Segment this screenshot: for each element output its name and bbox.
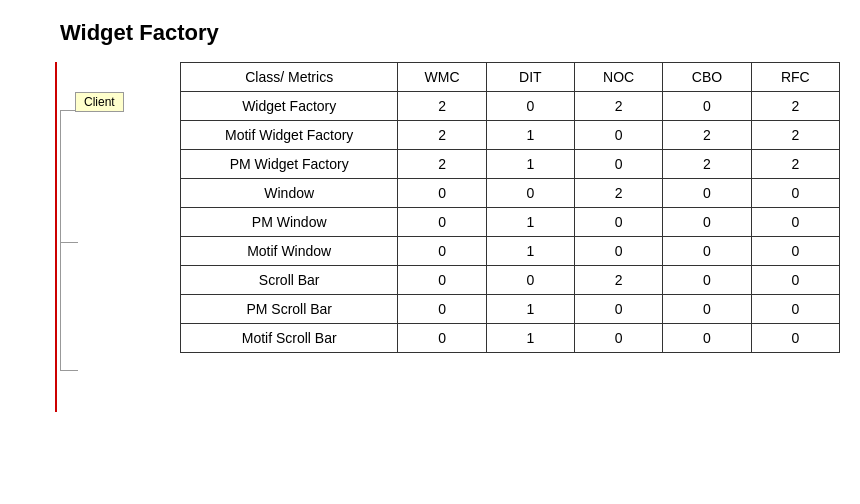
table-header-5: RFC bbox=[751, 63, 839, 92]
cell-r2-c0: PM Widget Factory bbox=[181, 150, 398, 179]
client-box: Client bbox=[75, 92, 124, 112]
cell-r8-c5: 0 bbox=[751, 324, 839, 353]
cell-r1-c4: 2 bbox=[663, 121, 751, 150]
table-row: Window00200 bbox=[181, 179, 840, 208]
metrics-table: Class/ MetricsWMCDITNOCCBORFC Widget Fac… bbox=[180, 62, 840, 353]
cell-r2-c5: 2 bbox=[751, 150, 839, 179]
table-row: Motif Window01000 bbox=[181, 237, 840, 266]
cell-r8-c4: 0 bbox=[663, 324, 751, 353]
cell-r6-c5: 0 bbox=[751, 266, 839, 295]
cell-r4-c4: 0 bbox=[663, 208, 751, 237]
cell-r7-c0: PM Scroll Bar bbox=[181, 295, 398, 324]
cell-r1-c3: 0 bbox=[575, 121, 663, 150]
cell-r6-c3: 2 bbox=[575, 266, 663, 295]
cell-r1-c1: 2 bbox=[398, 121, 486, 150]
cell-r3-c2: 0 bbox=[486, 179, 574, 208]
cell-r5-c0: Motif Window bbox=[181, 237, 398, 266]
cell-r7-c4: 0 bbox=[663, 295, 751, 324]
cell-r3-c0: Window bbox=[181, 179, 398, 208]
cell-r6-c1: 0 bbox=[398, 266, 486, 295]
table-header-1: WMC bbox=[398, 63, 486, 92]
cell-r1-c5: 2 bbox=[751, 121, 839, 150]
cell-r4-c0: PM Window bbox=[181, 208, 398, 237]
cell-r3-c1: 0 bbox=[398, 179, 486, 208]
cell-r8-c1: 0 bbox=[398, 324, 486, 353]
cell-r4-c5: 0 bbox=[751, 208, 839, 237]
cell-r6-c2: 0 bbox=[486, 266, 574, 295]
table-row: Motif Widget Factory21022 bbox=[181, 121, 840, 150]
cell-r3-c4: 0 bbox=[663, 179, 751, 208]
cell-r0-c4: 0 bbox=[663, 92, 751, 121]
cell-r3-c3: 2 bbox=[575, 179, 663, 208]
cell-r6-c4: 0 bbox=[663, 266, 751, 295]
h-line-mid bbox=[60, 242, 78, 243]
h-line-bot bbox=[60, 370, 78, 371]
cell-r5-c1: 0 bbox=[398, 237, 486, 266]
cell-r2-c2: 1 bbox=[486, 150, 574, 179]
cell-r5-c2: 1 bbox=[486, 237, 574, 266]
cell-r4-c2: 1 bbox=[486, 208, 574, 237]
cell-r0-c1: 2 bbox=[398, 92, 486, 121]
table-header-2: DIT bbox=[486, 63, 574, 92]
table-header-0: Class/ Metrics bbox=[181, 63, 398, 92]
cell-r8-c3: 0 bbox=[575, 324, 663, 353]
table-header-row: Class/ MetricsWMCDITNOCCBORFC bbox=[181, 63, 840, 92]
cell-r0-c5: 2 bbox=[751, 92, 839, 121]
cell-r7-c5: 0 bbox=[751, 295, 839, 324]
content-area: Client Class/ MetricsWMCDITNOCCBORFC Wid… bbox=[20, 62, 840, 442]
table-row: Widget Factory20202 bbox=[181, 92, 840, 121]
cell-r0-c0: Widget Factory bbox=[181, 92, 398, 121]
diagram-area: Client bbox=[20, 62, 180, 442]
table-header-3: NOC bbox=[575, 63, 663, 92]
cell-r8-c0: Motif Scroll Bar bbox=[181, 324, 398, 353]
cell-r4-c1: 0 bbox=[398, 208, 486, 237]
cell-r5-c4: 0 bbox=[663, 237, 751, 266]
cell-r4-c3: 0 bbox=[575, 208, 663, 237]
left-border-line bbox=[55, 62, 57, 412]
cell-r8-c2: 1 bbox=[486, 324, 574, 353]
table-row: Scroll Bar00200 bbox=[181, 266, 840, 295]
cell-r5-c3: 0 bbox=[575, 237, 663, 266]
cell-r0-c3: 2 bbox=[575, 92, 663, 121]
table-row: PM Scroll Bar01000 bbox=[181, 295, 840, 324]
vertical-line bbox=[60, 110, 61, 370]
table-row: PM Widget Factory21022 bbox=[181, 150, 840, 179]
cell-r2-c1: 2 bbox=[398, 150, 486, 179]
cell-r1-c2: 1 bbox=[486, 121, 574, 150]
cell-r2-c3: 0 bbox=[575, 150, 663, 179]
cell-r3-c5: 0 bbox=[751, 179, 839, 208]
cell-r7-c3: 0 bbox=[575, 295, 663, 324]
table-header-4: CBO bbox=[663, 63, 751, 92]
page-title: Widget Factory bbox=[60, 20, 840, 46]
cell-r5-c5: 0 bbox=[751, 237, 839, 266]
cell-r7-c1: 0 bbox=[398, 295, 486, 324]
table-row: Motif Scroll Bar01000 bbox=[181, 324, 840, 353]
cell-r0-c2: 0 bbox=[486, 92, 574, 121]
cell-r6-c0: Scroll Bar bbox=[181, 266, 398, 295]
cell-r1-c0: Motif Widget Factory bbox=[181, 121, 398, 150]
table-row: PM Window01000 bbox=[181, 208, 840, 237]
cell-r2-c4: 2 bbox=[663, 150, 751, 179]
metrics-table-wrapper: Class/ MetricsWMCDITNOCCBORFC Widget Fac… bbox=[180, 62, 840, 353]
cell-r7-c2: 1 bbox=[486, 295, 574, 324]
